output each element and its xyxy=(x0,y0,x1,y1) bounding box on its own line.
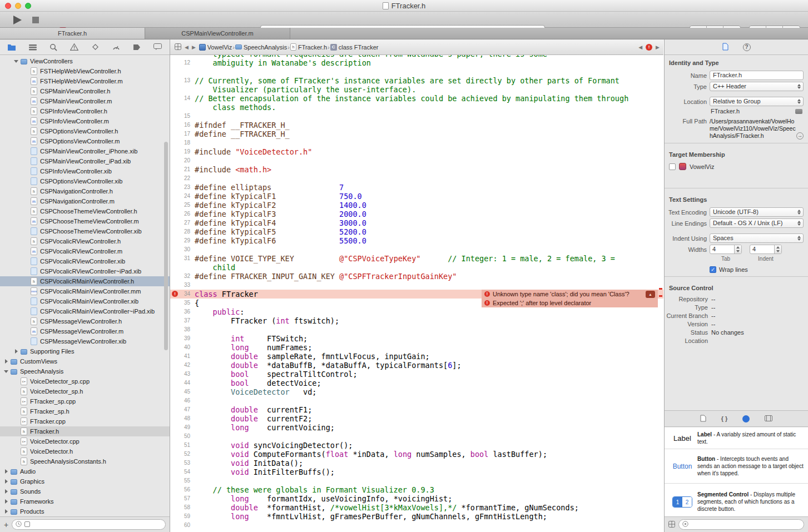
code-row[interactable]: 42 double *dataBuffB, *dataBuffA, typica… xyxy=(170,361,663,370)
debug-navigator-icon[interactable] xyxy=(111,42,121,52)
code-row[interactable]: 51 void syncVoicingDetector(); xyxy=(170,441,663,450)
issue-navigator-icon[interactable] xyxy=(70,42,80,52)
forward-button[interactable]: ▶ xyxy=(192,44,196,50)
fixit-arrow-icon[interactable]: ▲ xyxy=(646,291,655,298)
stop-button[interactable] xyxy=(32,17,39,23)
line-number[interactable] xyxy=(170,85,195,94)
tree-folder-Products[interactable]: Products xyxy=(0,506,170,516)
line-number[interactable]: 24 xyxy=(170,192,195,201)
code-row[interactable]: 56 // these were globals in Formant Visu… xyxy=(170,485,663,494)
tree-folder-CustomViews[interactable]: CustomViews xyxy=(0,356,170,366)
run-button[interactable] xyxy=(13,16,22,24)
line-number[interactable]: 50 xyxy=(170,432,195,441)
text-encoding-dropdown[interactable]: Unicode (UTF-8) xyxy=(710,207,804,217)
code-row[interactable]: 57 long formantIdx, useVoicingInfo, *voi… xyxy=(170,494,663,503)
indent-using-dropdown[interactable]: Spaces xyxy=(710,233,804,243)
line-number[interactable]: 40 xyxy=(170,343,195,352)
code-snippet-library-icon[interactable]: { } xyxy=(721,415,728,422)
clock-icon[interactable] xyxy=(16,521,22,528)
line-number[interactable]: 30 xyxy=(170,245,195,254)
line-number[interactable] xyxy=(170,103,195,112)
line-number[interactable]: 54 xyxy=(170,468,195,476)
stepper-arrows-icon[interactable] xyxy=(734,245,741,253)
code-row[interactable]: 33 xyxy=(170,281,663,290)
code-row[interactable]: 44 bool detectVoice; xyxy=(170,379,663,387)
line-number[interactable]: 42 xyxy=(170,361,195,370)
code-row[interactable]: 50 xyxy=(170,432,663,441)
line-number[interactable]: 39 xyxy=(170,334,195,343)
name-field[interactable]: FTracker.h xyxy=(710,71,804,80)
code-row[interactable]: 17#define __FTRACKER_H_ xyxy=(170,130,663,138)
log-navigator-icon[interactable] xyxy=(153,42,163,52)
code-row[interactable]: 52 void ComputeFormants(float *inData, l… xyxy=(170,450,663,459)
code-row[interactable]: 18 xyxy=(170,138,663,147)
tree-file-CSPOptionsViewController.h[interactable]: hCSPOptionsViewController.h xyxy=(0,126,170,136)
code-row[interactable]: 40 long numFrames; xyxy=(170,343,663,352)
library-item-button[interactable]: Button Button - Intercepts touch events … xyxy=(665,449,808,484)
tab-width-stepper[interactable]: 4 xyxy=(710,245,742,254)
code-row[interactable]: 58 double *formantHist, /*vowelHist[3*kM… xyxy=(170,503,663,512)
type-dropdown[interactable]: C++ Header xyxy=(710,82,804,91)
code-row[interactable]: 38 xyxy=(170,325,663,334)
wrap-lines-checkbox[interactable]: ✓ xyxy=(710,266,716,273)
related-items-icon[interactable] xyxy=(175,43,181,51)
tree-folder-SpeechAnalysis[interactable]: SpeechAnalysis xyxy=(0,366,170,376)
code-row[interactable]: class methods. xyxy=(170,103,663,112)
line-number[interactable]: 25 xyxy=(170,201,195,210)
line-number[interactable]: 51 xyxy=(170,441,195,450)
filter-field[interactable] xyxy=(12,519,166,530)
line-number[interactable]: 36 xyxy=(170,307,195,316)
test-navigator-icon[interactable] xyxy=(90,42,100,52)
tree-folder-Sounds[interactable]: Sounds xyxy=(0,486,170,496)
tree-file-CSPMessageViewController.xib[interactable]: CSPMessageViewController.xib xyxy=(0,336,170,346)
file-inspector-tab-icon[interactable] xyxy=(722,43,728,52)
line-number[interactable] xyxy=(170,263,195,272)
line-number[interactable]: 31 xyxy=(170,254,195,263)
line-number[interactable] xyxy=(170,67,195,76)
tree-file-CSPVocalicRMainViewController.h[interactable]: hCSPVocalicRMainViewController.h xyxy=(0,276,170,286)
tree-file-VoiceDetector.h[interactable]: hVoiceDetector.h xyxy=(0,446,170,456)
tree-file-CSPNavigationController.h[interactable]: hCSPNavigationController.h xyxy=(0,186,170,196)
code-row[interactable]: 41 double sampleRate, fmntLvlFocus, inpu… xyxy=(170,352,663,361)
code-row[interactable]: 12 ambiguity in Watanabe's description xyxy=(170,58,663,67)
tree-file-CSPInfoViewController.h[interactable]: hCSPInfoViewController.h xyxy=(0,106,170,116)
tree-file-CSPMessageViewController.m[interactable]: mCSPMessageViewController.m xyxy=(0,326,170,336)
line-number[interactable]: 12 xyxy=(170,58,195,67)
line-number[interactable]: 56 xyxy=(170,485,195,494)
line-number[interactable]: 45 xyxy=(170,387,195,396)
code-row[interactable]: 37 FTracker (int ftswitch); xyxy=(170,316,663,325)
folder-icon[interactable] xyxy=(795,109,802,114)
tree-file-CSPMessageViewController.h[interactable]: hCSPMessageViewController.h xyxy=(0,316,170,326)
quick-help-tab-icon[interactable]: ? xyxy=(743,43,751,51)
stepper-arrows-icon[interactable] xyxy=(774,245,781,253)
code-row[interactable] xyxy=(170,67,663,76)
tree-folder-Frameworks[interactable]: Frameworks xyxy=(0,496,170,506)
tree-file-CSPVocalicRMainViewController.xib[interactable]: CSPVocalicRMainViewController.xib xyxy=(0,296,170,306)
tree-file-SpeechAnalysisConstants.h[interactable]: hSpeechAnalysisConstants.h xyxy=(0,456,170,466)
tree-folder-ViewControllers[interactable]: ViewControllers xyxy=(0,56,170,66)
line-number[interactable]: 15 xyxy=(170,112,195,121)
line-number[interactable]: 16 xyxy=(170,121,195,130)
line-number[interactable]: 27 xyxy=(170,218,195,227)
line-number[interactable]: 41 xyxy=(170,352,195,361)
tree-file-CSPChooseThemeViewController.xib[interactable]: CSPChooseThemeViewController.xib xyxy=(0,226,170,236)
tree-file-CSPVocalicRViewController~iPad.xib[interactable]: CSPVocalicRViewController~iPad.xib xyxy=(0,266,170,276)
library-item-segmented-control[interactable]: 1 2 Segmented Control - Displays multipl… xyxy=(665,484,808,520)
line-number[interactable]: 20 xyxy=(170,156,195,165)
location-dropdown[interactable]: Relative to Group xyxy=(710,97,804,106)
line-number[interactable]: 57 xyxy=(170,494,195,503)
target-checkbox[interactable] xyxy=(669,163,676,170)
line-number[interactable]: 55 xyxy=(170,476,195,485)
code-row[interactable]: 24#define kTypicalF1 750.0 xyxy=(170,192,663,201)
code-row[interactable]: 21#include <math.h> xyxy=(170,165,663,174)
tab-CSPMainViewController.m[interactable]: CSPMainViewController.m xyxy=(145,28,290,39)
reveal-in-finder-arrow-icon[interactable]: → xyxy=(796,132,804,140)
breadcrumb-item[interactable]: SpeechAnalysis xyxy=(244,44,287,51)
line-number[interactable]: 47 xyxy=(170,405,195,414)
line-number[interactable]: 22 xyxy=(170,174,195,183)
tree-file-CSPOptionsViewController.xib[interactable]: CSPOptionsViewController.xib xyxy=(0,176,170,186)
code-row[interactable]: 19#include "VoiceDetector.h" xyxy=(170,147,663,156)
issue-error-icon[interactable]: ! xyxy=(646,44,652,51)
breadcrumb-item[interactable]: FTracker.h xyxy=(298,44,327,51)
tree-file-CSPMainViewController_iPad.xib[interactable]: CSPMainViewController_iPad.xib xyxy=(0,156,170,166)
